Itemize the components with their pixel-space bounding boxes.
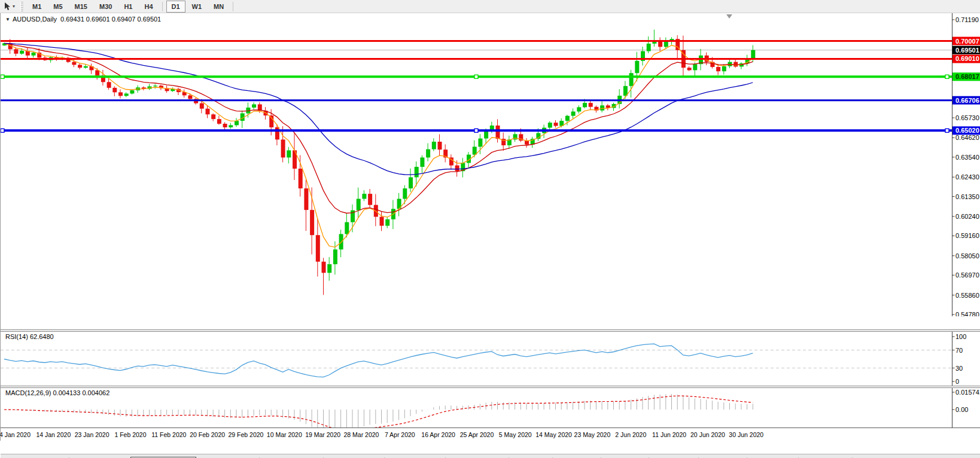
date-label: 11 Feb 2020: [151, 431, 186, 438]
svg-text:0.61350: 0.61350: [955, 193, 979, 200]
date-label: 14 Jan 2020: [36, 431, 71, 438]
svg-text:70: 70: [955, 347, 963, 354]
rsi-chart-canvas[interactable]: 10070300: [1, 332, 980, 386]
date-label: 2 Jun 2020: [615, 431, 646, 438]
chart-title-ohlc: 0.69431 0.69601 0.69407 0.69501: [60, 16, 161, 23]
macd-signal-line: [4, 396, 753, 430]
date-label: 29 Feb 2020: [228, 431, 263, 438]
timeframe-button-mn[interactable]: MN: [208, 1, 229, 13]
toolbar-separator: [162, 2, 163, 11]
price-chart-canvas[interactable]: 0.711900.679200.657300.646200.635400.624…: [1, 13, 980, 316]
moving-average-fast: [4, 43, 753, 247]
moving-average-slow: [4, 43, 753, 175]
date-label: 1 Feb 2020: [114, 431, 146, 438]
line-handle: [1, 75, 4, 78]
chart-title: ▼AUDUSD,Daily 0.69431 0.69601 0.69407 0.…: [5, 16, 161, 23]
chart-title-caret-icon[interactable]: ▼: [5, 17, 10, 22]
line-handle: [945, 75, 949, 78]
rsi-line: [4, 344, 753, 377]
date-label: 23 Jan 2020: [75, 431, 109, 438]
svg-text:0.69010: 0.69010: [955, 55, 979, 62]
svg-text:0.64620: 0.64620: [955, 134, 979, 141]
date-label: 23 May 2020: [574, 431, 611, 438]
svg-text:100: 100: [955, 333, 966, 340]
svg-text:0.69501: 0.69501: [955, 47, 979, 54]
date-label: 20 Jun 2020: [690, 431, 725, 438]
svg-text:0.015741: 0.015741: [955, 389, 980, 396]
toolbar-grip[interactable]: [20, 2, 23, 11]
chart-window: ▼AUDUSD,Daily 0.69431 0.69601 0.69407 0.…: [0, 13, 980, 441]
timeframe-button-group: M1M5M15M30H1H4D1W1MN: [26, 1, 236, 13]
svg-text:0.70007: 0.70007: [955, 38, 979, 45]
date-label: 30 Jun 2020: [729, 431, 763, 438]
svg-text:0: 0: [955, 378, 959, 385]
timeframe-button-h4[interactable]: H4: [139, 1, 158, 13]
timeframe-button-m5[interactable]: M5: [48, 1, 68, 13]
svg-text:0.71190: 0.71190: [955, 16, 979, 23]
date-label: 7 Apr 2020: [385, 431, 415, 438]
date-label: 11 Jun 2020: [652, 431, 686, 438]
svg-text:0.68017: 0.68017: [955, 73, 979, 80]
chart-title-symbol: AUDUSD,Daily: [13, 16, 57, 23]
line-handle: [1, 129, 4, 132]
svg-text:0.65020: 0.65020: [955, 127, 979, 134]
svg-text:0.63540: 0.63540: [955, 154, 979, 161]
date-label: 28 Mar 2020: [343, 431, 379, 438]
timeframe-button-w1[interactable]: W1: [187, 1, 208, 13]
svg-text:0.56970: 0.56970: [955, 271, 979, 279]
svg-text:30: 30: [955, 365, 963, 372]
pointer-tool-caret-icon[interactable]: ▾: [13, 4, 15, 9]
timeframe-button-d1[interactable]: D1: [166, 1, 185, 13]
top-toolbar: ▾ M1M5M15M30H1H4D1W1MN: [0, 0, 980, 13]
date-label: 16 Apr 2020: [421, 431, 455, 438]
svg-text:0.54780: 0.54780: [955, 311, 979, 316]
rsi-panel[interactable]: RSI(14) 62.6480 10070300: [1, 332, 980, 386]
svg-text:0.59160: 0.59160: [955, 232, 979, 239]
svg-text:0.55860: 0.55860: [955, 292, 979, 299]
price-panel[interactable]: ▼AUDUSD,Daily 0.69431 0.69601 0.69407 0.…: [1, 13, 980, 316]
timeframe-button-h1[interactable]: H1: [118, 1, 138, 13]
toolbar-separator: [233, 2, 233, 11]
line-handle: [474, 75, 478, 78]
candles-group: [2, 30, 755, 295]
timeframe-button-m1[interactable]: M1: [27, 1, 47, 13]
timeframe-button-m15[interactable]: M15: [69, 1, 93, 13]
chart-tab-bar: EURUSD,DailyUSDCHF,DailyAUDUSD,DailyUSDC…: [1, 454, 980, 458]
pointer-tool-icon[interactable]: [2, 2, 12, 11]
macd-label: MACD(12,26,9) 0.004133 0.004062: [5, 389, 109, 396]
date-label: 25 Apr 2020: [460, 431, 494, 438]
svg-text:0.65730: 0.65730: [955, 114, 979, 121]
date-label: 14 May 2020: [535, 431, 572, 438]
svg-text:0.00: 0.00: [955, 406, 968, 413]
svg-text:0.60240: 0.60240: [955, 213, 979, 220]
chart-shift-marker-icon: [726, 14, 732, 19]
date-label: 5 May 2020: [499, 431, 532, 438]
date-label: 20 Feb 2020: [190, 431, 225, 438]
date-label: 10 Mar 2020: [267, 431, 302, 438]
date-label: 19 Mar 2020: [305, 431, 340, 438]
svg-text:0.58050: 0.58050: [955, 252, 979, 259]
svg-text:0.62430: 0.62430: [955, 173, 979, 181]
line-handle: [474, 129, 478, 132]
moving-average-mid: [4, 43, 753, 213]
line-handle: [945, 129, 949, 132]
rsi-label: RSI(14) 62.6480: [5, 333, 54, 340]
time-axis[interactable]: 4 Jan 202014 Jan 202023 Jan 20201 Feb 20…: [1, 428, 980, 441]
svg-text:0.66706: 0.66706: [955, 97, 979, 104]
date-label: 4 Jan 2020: [0, 431, 31, 438]
timeframe-button-m30[interactable]: M30: [94, 1, 117, 13]
